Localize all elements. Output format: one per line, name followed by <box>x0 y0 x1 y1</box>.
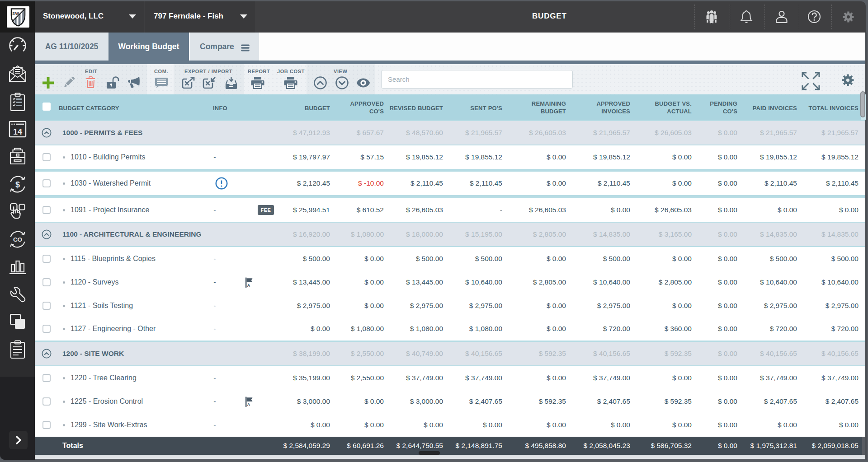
svg-text:A: A <box>247 283 250 288</box>
svg-text:A: A <box>247 402 250 407</box>
svg-text:$: $ <box>15 180 19 189</box>
svg-text:14: 14 <box>13 127 22 136</box>
svg-text:SW: SW <box>12 11 19 16</box>
svg-text:CO: CO <box>13 236 22 243</box>
